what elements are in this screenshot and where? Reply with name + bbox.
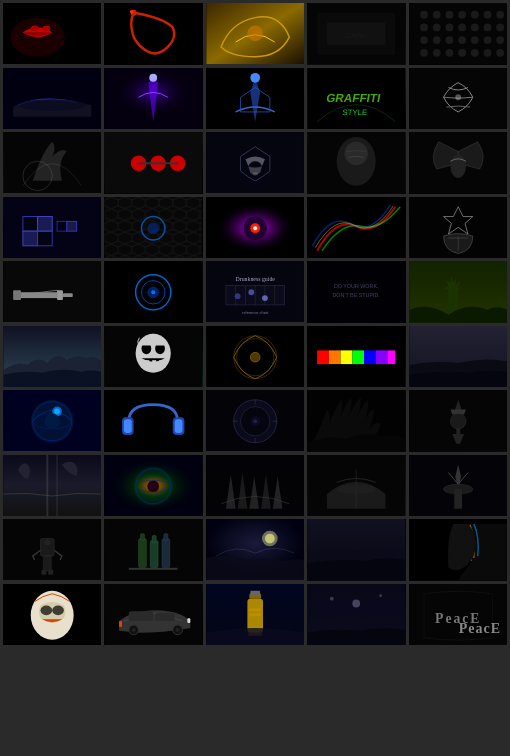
thumbnail-10[interactable] [409, 68, 507, 130]
thumbnail-12[interactable] [104, 132, 202, 194]
svg-point-25 [458, 24, 466, 32]
svg-point-174 [44, 539, 50, 545]
svg-text:GRAFFITI: GRAFFITI [325, 91, 381, 105]
svg-point-9 [247, 25, 263, 41]
svg-text:DARK: DARK [346, 31, 368, 40]
svg-point-188 [265, 534, 275, 544]
thumbnail-28[interactable] [206, 326, 304, 387]
thumbnail-21[interactable] [3, 261, 101, 322]
svg-point-19 [470, 11, 478, 19]
thumbnail-49[interactable] [307, 584, 405, 646]
svg-point-155 [253, 419, 257, 423]
thumbnail-24[interactable]: DO YOUR WORK. DON'T BE STUPID. [307, 261, 405, 323]
svg-point-213 [330, 596, 334, 600]
thumbnail-16[interactable] [3, 197, 101, 258]
thumbnail-15[interactable] [409, 132, 507, 194]
svg-text:Drunkness guide: Drunkness guide [235, 276, 275, 282]
svg-point-47 [150, 73, 158, 81]
svg-point-49 [250, 72, 260, 82]
thumbnail-46[interactable] [3, 584, 101, 645]
svg-point-1 [10, 18, 65, 57]
svg-point-30 [432, 36, 440, 44]
svg-text:STYLE: STYLE [342, 107, 367, 116]
svg-rect-183 [162, 539, 170, 568]
svg-point-165 [148, 480, 160, 492]
thumbnail-2[interactable] [104, 3, 202, 65]
thumbnail-34[interactable] [307, 390, 405, 452]
peace-text-label: PeacE [459, 621, 501, 637]
svg-rect-185 [129, 568, 178, 570]
svg-rect-182 [153, 536, 157, 543]
thumbnail-48[interactable] [206, 584, 304, 645]
svg-rect-184 [164, 534, 168, 541]
svg-point-31 [445, 36, 453, 44]
svg-point-40 [470, 49, 478, 57]
thumbnail-47[interactable] [104, 584, 202, 646]
thumbnail-44[interactable] [307, 519, 405, 581]
thumbnail-27[interactable] [104, 326, 202, 388]
svg-rect-93 [13, 290, 21, 300]
svg-rect-171 [454, 489, 462, 509]
svg-point-3 [42, 25, 50, 31]
thumbnail-39[interactable] [307, 455, 405, 517]
svg-rect-134 [352, 350, 364, 364]
svg-point-199 [132, 627, 136, 631]
svg-point-34 [483, 36, 491, 44]
thumbnail-5[interactable] [409, 3, 507, 65]
thumbnail-6[interactable] [3, 68, 101, 129]
svg-rect-180 [141, 534, 145, 541]
thumbnail-9[interactable]: GRAFFITI STYLE [307, 68, 405, 130]
thumbnail-42[interactable] [104, 519, 202, 581]
svg-point-6 [130, 10, 134, 13]
svg-point-2 [31, 25, 39, 31]
svg-rect-72 [38, 216, 53, 231]
svg-rect-210 [250, 590, 260, 595]
svg-point-41 [483, 49, 491, 57]
thumbnail-50[interactable]: PeacE PeacE [409, 584, 507, 646]
thumbnail-19[interactable] [307, 197, 405, 259]
thumbnail-17[interactable] [104, 197, 202, 259]
svg-rect-132 [329, 350, 341, 364]
svg-point-212 [352, 599, 360, 607]
svg-rect-181 [151, 540, 159, 567]
svg-rect-73 [23, 231, 38, 246]
svg-rect-136 [376, 350, 388, 364]
thumbnail-38[interactable] [206, 455, 304, 516]
thumbnail-11[interactable] [3, 132, 101, 193]
svg-rect-203 [188, 618, 191, 623]
svg-point-214 [379, 594, 382, 597]
thumbnail-26[interactable] [3, 326, 101, 387]
svg-point-38 [445, 49, 453, 57]
thumbnail-37[interactable] [104, 455, 202, 517]
svg-rect-176 [41, 570, 46, 575]
thumbnail-22[interactable] [104, 261, 202, 323]
thumbnail-45[interactable] [409, 519, 507, 581]
thumbnail-41[interactable] [3, 519, 101, 580]
thumbnail-29[interactable] [307, 326, 405, 388]
svg-text:DON'T BE STUPID.: DON'T BE STUPID. [333, 292, 380, 298]
thumbnail-14[interactable] [307, 132, 405, 194]
thumbnail-33[interactable] [206, 390, 304, 451]
thumbnail-4[interactable]: DARK [307, 3, 405, 65]
thumbnail-36[interactable] [3, 455, 101, 516]
thumbnail-31[interactable] [3, 390, 101, 451]
thumbnail-7[interactable] [104, 68, 202, 130]
svg-point-20 [483, 11, 491, 19]
thumbnail-13[interactable] [206, 132, 304, 193]
svg-point-29 [420, 36, 428, 44]
thumbnail-25[interactable] [409, 261, 507, 323]
svg-rect-4 [105, 3, 203, 65]
svg-point-28 [496, 24, 504, 32]
svg-rect-94 [57, 290, 63, 300]
thumbnail-35[interactable] [409, 390, 507, 452]
thumbnail-23[interactable]: Drunkness guide reference chart [206, 261, 304, 322]
thumbnail-43[interactable] [206, 519, 304, 580]
thumbnail-3[interactable] [206, 3, 304, 64]
thumbnail-8[interactable] [206, 68, 304, 129]
thumbnail-18[interactable] [206, 197, 304, 258]
thumbnail-40[interactable] [409, 455, 507, 517]
thumbnail-20[interactable] [409, 197, 507, 259]
thumbnail-30[interactable] [409, 326, 507, 388]
thumbnail-1[interactable] [3, 3, 101, 64]
thumbnail-32[interactable] [104, 390, 202, 452]
